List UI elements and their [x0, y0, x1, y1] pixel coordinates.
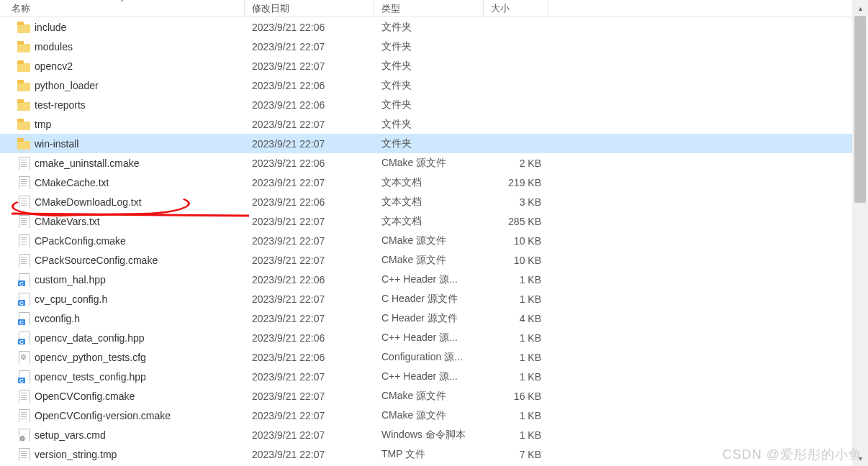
file-name-label: CPackSourceConfig.cmake	[35, 255, 158, 266]
file-row[interactable]: setup_vars.cmd2023/9/21 22:07Windows 命令脚…	[0, 425, 852, 444]
file-row[interactable]: win-install2023/9/21 22:07文件夹	[0, 134, 852, 153]
folder-icon	[17, 21, 30, 34]
file-name-cell: win-install	[0, 137, 245, 150]
file-name-cell: test-reports	[0, 99, 245, 111]
file-size-cell: 285 KB	[484, 216, 548, 227]
file-name-cell: version_string.tmp	[0, 448, 245, 461]
file-name-cell: custom_hal.hpp	[0, 273, 245, 286]
file-date-cell: 2023/9/21 22:07	[245, 216, 374, 227]
cmd-icon	[17, 429, 30, 442]
file-type-cell: 文件夹	[374, 99, 484, 111]
file-row[interactable]: opencv22023/9/21 22:07文件夹	[0, 56, 852, 76]
file-row[interactable]: opencv_data_config.hpp2023/9/21 22:06C++…	[0, 328, 852, 347]
scroll-up-button[interactable]: ▴	[852, 0, 868, 16]
file-row[interactable]: CMakeVars.txt2023/9/21 22:07文本文档285 KB	[0, 211, 852, 231]
file-name-cell: OpenCVConfig.cmake	[0, 390, 245, 403]
file-name-label: CMakeCache.txt	[35, 177, 109, 188]
file-name-label: custom_hal.hpp	[35, 274, 106, 285]
file-date-cell: 2023/9/21 22:07	[245, 119, 374, 130]
file-type-cell: C Header 源文件	[374, 293, 484, 306]
file-icon	[17, 176, 30, 189]
file-name-cell: modules	[0, 40, 245, 53]
file-date-cell: 2023/9/21 22:07	[245, 449, 374, 460]
code-icon	[17, 332, 30, 344]
file-date-cell: 2023/9/21 22:07	[245, 235, 374, 247]
file-list-panel: ˄ 名称 修改日期 类型 大小 include2023/9/21 22:06文件…	[0, 0, 852, 466]
file-icon	[17, 390, 30, 403]
file-row[interactable]: cv_cpu_config.h2023/9/21 22:07C Header 源…	[0, 289, 852, 309]
file-name-label: version_string.tmp	[35, 449, 117, 460]
file-date-cell: 2023/9/21 22:07	[245, 60, 374, 72]
file-row[interactable]: version_string.tmp2023/9/21 22:07TMP 文件7…	[0, 444, 852, 464]
file-date-cell: 2023/9/21 22:07	[245, 429, 374, 441]
file-type-cell: 文件夹	[374, 60, 484, 73]
scroll-down-button[interactable]: ▾	[852, 450, 868, 466]
file-name-label: cvconfig.h	[35, 313, 80, 324]
column-header-size[interactable]: 大小	[484, 0, 548, 17]
file-row[interactable]: cmake_uninstall.cmake2023/9/21 22:06CMak…	[0, 153, 852, 173]
column-header-name-label: 名称	[12, 2, 30, 15]
file-date-cell: 2023/9/21 22:07	[245, 313, 374, 324]
file-size-cell: 1 KB	[484, 293, 548, 305]
file-row[interactable]: cvconfig.h2023/9/21 22:07C Header 源文件4 K…	[0, 309, 852, 328]
folder-icon	[17, 137, 30, 150]
column-header-name[interactable]: ˄ 名称	[0, 0, 245, 17]
file-name-cell: python_loader	[0, 79, 245, 92]
code-icon	[17, 293, 30, 306]
file-size-cell: 7 KB	[484, 449, 548, 460]
file-size-cell: 1 KB	[484, 352, 548, 363]
file-date-cell: 2023/9/21 22:07	[245, 410, 374, 421]
file-date-cell: 2023/9/21 22:06	[245, 352, 374, 363]
file-size-cell: 1 KB	[484, 332, 548, 344]
file-name-cell: CMakeVars.txt	[0, 215, 245, 228]
file-row[interactable]: CMakeDownloadLog.txt2023/9/21 22:06文本文档3…	[0, 192, 852, 211]
file-date-cell: 2023/9/21 22:06	[245, 332, 374, 344]
file-name-label: CPackConfig.cmake	[35, 235, 126, 247]
file-name-cell: opencv_data_config.hpp	[0, 332, 245, 344]
file-size-cell: 10 KB	[484, 235, 548, 247]
file-row[interactable]: OpenCVConfig.cmake2023/9/21 22:07CMake 源…	[0, 386, 852, 406]
file-size-cell: 10 KB	[484, 255, 548, 266]
file-date-cell: 2023/9/21 22:07	[245, 255, 374, 266]
file-icon	[17, 215, 30, 228]
file-row[interactable]: opencv_tests_config.hpp2023/9/21 22:07C+…	[0, 367, 852, 386]
file-icon	[17, 196, 30, 209]
file-row[interactable]: tmp2023/9/21 22:07文件夹	[0, 114, 852, 134]
file-name-cell: CPackConfig.cmake	[0, 234, 245, 247]
file-type-cell: CMake 源文件	[374, 234, 484, 247]
file-size-cell: 219 KB	[484, 177, 548, 188]
column-header-row: ˄ 名称 修改日期 类型 大小	[0, 0, 852, 17]
file-name-cell: opencv2	[0, 60, 245, 73]
file-name-label: test-reports	[35, 99, 86, 111]
file-type-cell: 文本文档	[374, 215, 484, 228]
vertical-scrollbar[interactable]: ▴ ▾	[852, 0, 868, 466]
file-row[interactable]: OpenCVConfig-version.cmake2023/9/21 22:0…	[0, 406, 852, 425]
file-name-label: include	[35, 22, 66, 33]
column-header-type[interactable]: 类型	[374, 0, 484, 17]
file-size-cell: 1 KB	[484, 429, 548, 441]
file-row[interactable]: CPackConfig.cmake2023/9/21 22:07CMake 源文…	[0, 231, 852, 250]
file-name-cell: cvconfig.h	[0, 312, 245, 325]
file-name-label: CMakeDownloadLog.txt	[35, 196, 142, 208]
scroll-thumb[interactable]	[854, 16, 866, 203]
file-date-cell: 2023/9/21 22:06	[245, 22, 374, 33]
file-date-cell: 2023/9/21 22:07	[245, 138, 374, 150]
file-row[interactable]: test-reports2023/9/21 22:06文件夹	[0, 95, 852, 114]
file-row[interactable]: custom_hal.hpp2023/9/21 22:06C++ Header …	[0, 270, 852, 289]
file-type-cell: C++ Header 源...	[374, 273, 484, 286]
file-row[interactable]: python_loader2023/9/21 22:06文件夹	[0, 76, 852, 95]
file-row[interactable]: CPackSourceConfig.cmake2023/9/21 22:07CM…	[0, 250, 852, 270]
file-size-cell: 1 KB	[484, 371, 548, 383]
column-header-date[interactable]: 修改日期	[245, 0, 374, 17]
file-row[interactable]: CMakeCache.txt2023/9/21 22:07文本文档219 KB	[0, 173, 852, 192]
folder-icon	[17, 99, 30, 111]
file-type-cell: 文本文档	[374, 196, 484, 209]
column-header-date-label: 修改日期	[252, 2, 289, 15]
file-row[interactable]: modules2023/9/21 22:07文件夹	[0, 37, 852, 56]
file-explorer-window: ˄ 名称 修改日期 类型 大小 include2023/9/21 22:06文件…	[0, 0, 868, 466]
file-name-cell: OpenCVConfig-version.cmake	[0, 409, 245, 422]
file-row[interactable]: include2023/9/21 22:06文件夹	[0, 17, 852, 37]
file-row[interactable]: opencv_python_tests.cfg2023/9/21 22:06Co…	[0, 347, 852, 367]
file-type-cell: 文件夹	[374, 21, 484, 34]
file-type-cell: 文件夹	[374, 79, 484, 92]
